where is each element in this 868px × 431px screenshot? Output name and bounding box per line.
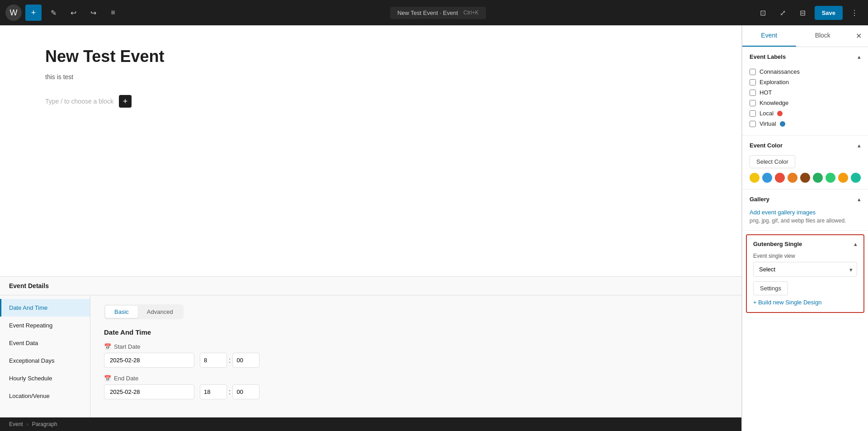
gutenberg-single-chevron: [854, 241, 857, 247]
save-button[interactable]: Save: [815, 6, 843, 20]
right-sidebar: Event Block ✕ Event Labels Connaissances…: [741, 25, 868, 431]
color-teal[interactable]: [851, 173, 861, 183]
external-link-icon: ⤢: [780, 9, 786, 17]
nav-item-hourly-schedule[interactable]: Hourly Schedule: [0, 369, 90, 387]
color-brown[interactable]: [800, 173, 810, 183]
start-minute-select[interactable]: 00: [232, 353, 259, 368]
nav-item-event-repeating[interactable]: Event Repeating: [0, 317, 90, 334]
breadcrumb-event[interactable]: Event: [9, 421, 23, 427]
settings-button[interactable]: Settings: [753, 281, 788, 295]
tab-advanced[interactable]: Advanced: [138, 306, 182, 318]
event-labels-chevron: [858, 53, 861, 60]
nav-item-event-data[interactable]: Event Data: [0, 334, 90, 352]
event-details-panel: Event Details Date And Time Event Repeat…: [0, 276, 868, 431]
tab-block[interactable]: Block: [796, 25, 850, 47]
menu-button[interactable]: ≡: [105, 5, 121, 21]
build-single-design-link[interactable]: + Build new Single Design: [753, 299, 857, 306]
event-details-header[interactable]: Event Details: [0, 277, 868, 295]
breadcrumb: Event › Paragraph: [0, 417, 741, 431]
color-amber[interactable]: [838, 173, 848, 183]
color-blue[interactable]: [762, 173, 772, 183]
label-local: Local: [750, 108, 861, 118]
label-text-virtual: Virtual: [760, 120, 776, 127]
event-single-view-select[interactable]: Select: [753, 262, 857, 277]
plus-icon: +: [31, 8, 36, 18]
end-time-group: 18 : 00: [200, 384, 259, 399]
end-minute-select[interactable]: 00: [232, 384, 259, 399]
label-checkbox-local[interactable]: [750, 110, 756, 117]
add-gallery-images-link[interactable]: Add event gallery images: [750, 209, 816, 216]
event-single-view-select-wrapper: Select: [753, 262, 857, 277]
post-subtitle[interactable]: this is test: [45, 73, 823, 81]
external-link-button[interactable]: ⤢: [775, 5, 791, 21]
event-details-content: Date And Time Event Repeating Event Data…: [0, 295, 868, 431]
label-checkbox-knowledge[interactable]: [750, 100, 756, 106]
gallery-content: Add event gallery images png, jpg, gif, …: [742, 209, 868, 230]
gallery-desc: png, jpg, gif, and webp files are allowe…: [750, 218, 861, 224]
tab-event[interactable]: Event: [742, 25, 796, 47]
nav-item-date-and-time[interactable]: Date And Time: [0, 299, 90, 317]
redo-button[interactable]: ↪: [85, 5, 101, 21]
tab-basic[interactable]: Basic: [105, 306, 138, 318]
wp-logo[interactable]: W: [5, 5, 22, 21]
start-date-input[interactable]: [104, 353, 194, 368]
label-hot: HOT: [750, 87, 861, 98]
label-text-knowledge: Knowledge: [760, 99, 788, 106]
start-date-label-text: Start Date: [114, 343, 141, 350]
content-area: New Test Event this is test Type / to ch…: [0, 25, 868, 431]
color-red[interactable]: [775, 173, 785, 183]
event-labels-title: Event Labels: [750, 53, 786, 60]
color-yellow[interactable]: [750, 173, 760, 183]
sidebar-toggle-button[interactable]: ⊟: [795, 5, 811, 21]
close-sidebar-button[interactable]: ✕: [849, 25, 868, 47]
event-labels-header[interactable]: Event Labels: [742, 47, 868, 66]
time-separator-start: :: [229, 356, 231, 365]
event-color-header[interactable]: Event Color: [742, 136, 868, 155]
event-color-title: Event Color: [750, 142, 783, 149]
calendar-icon-end: 📅: [104, 375, 111, 382]
label-dot-local: [777, 111, 783, 116]
nav-item-location-venue[interactable]: Location/Venue: [0, 387, 90, 405]
start-time-group: 8 : 00: [200, 353, 259, 368]
end-date-input[interactable]: [104, 384, 194, 399]
label-text-local: Local: [760, 110, 774, 117]
label-checkbox-hot[interactable]: [750, 90, 756, 96]
edit-button[interactable]: ✎: [45, 5, 61, 21]
toolbar-center: New Test Event · Event Ctrl+K: [125, 7, 751, 19]
view-button[interactable]: ⊡: [755, 5, 771, 21]
gutenberg-single-header[interactable]: Gutenberg Single: [747, 235, 863, 253]
more-options-button[interactable]: ⋮: [846, 5, 863, 21]
gutenberg-single-section: Gutenberg Single Event single view Selec…: [746, 234, 864, 313]
add-block-area: Type / to choose a block +: [45, 91, 823, 111]
event-color-section: Event Color Select Color: [742, 136, 868, 189]
pencil-icon: ✎: [51, 9, 57, 17]
color-palette: [750, 173, 861, 183]
label-knowledge: Knowledge: [750, 98, 861, 108]
color-dark-green[interactable]: [813, 173, 823, 183]
undo-button[interactable]: ↩: [65, 5, 81, 21]
nav-item-exceptional-days[interactable]: Exceptional Days: [0, 352, 90, 369]
label-dot-virtual: [780, 121, 785, 127]
label-checkbox-connaissances[interactable]: [750, 69, 756, 75]
post-info-pill[interactable]: New Test Event · Event Ctrl+K: [390, 7, 486, 19]
label-text-exploration: Exploration: [760, 79, 789, 85]
breadcrumb-paragraph[interactable]: Paragraph: [32, 421, 57, 427]
label-checkbox-exploration[interactable]: [750, 79, 756, 85]
label-connaissances: Connaissances: [750, 66, 861, 77]
label-exploration: Exploration: [750, 77, 861, 87]
add-block-inline-button[interactable]: +: [119, 95, 132, 108]
color-orange[interactable]: [788, 173, 797, 183]
post-title[interactable]: New Test Event: [45, 47, 823, 66]
label-checkbox-virtual[interactable]: [750, 121, 756, 127]
start-hour-select[interactable]: 8: [200, 353, 227, 368]
gutenberg-single-content: Event single view Select Settings + Buil…: [747, 253, 863, 312]
gallery-header[interactable]: Gallery: [742, 189, 868, 209]
color-light-green[interactable]: [826, 173, 835, 183]
event-labels-content: Connaissances Exploration HOT Knowledge …: [742, 66, 868, 135]
label-virtual: Virtual: [750, 118, 861, 129]
post-info-text: New Test Event · Event: [397, 9, 458, 16]
add-block-button[interactable]: +: [25, 5, 42, 21]
gutenberg-single-title: Gutenberg Single: [753, 241, 802, 247]
end-hour-select[interactable]: 18: [200, 384, 227, 399]
select-color-button[interactable]: Select Color: [750, 155, 795, 168]
